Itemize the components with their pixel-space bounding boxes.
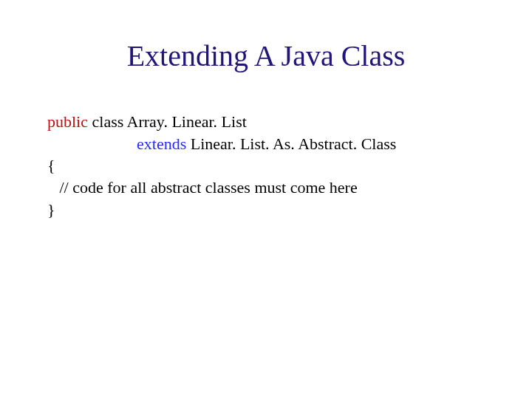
code-indent	[47, 134, 137, 153]
code-line-3: {	[47, 154, 485, 177]
keyword-extends: extends	[137, 134, 186, 153]
code-block: public class Array. Linear. List extends…	[47, 111, 485, 220]
keyword-public: public	[47, 112, 88, 131]
code-line-1: public class Array. Linear. List	[47, 111, 485, 133]
slide: Extending A Java Class public class Arra…	[0, 0, 532, 399]
code-text: Linear. List. As. Abstract. Class	[186, 134, 396, 153]
code-line-2: extends Linear. List. As. Abstract. Clas…	[47, 133, 485, 155]
code-line-5: }	[47, 199, 485, 221]
code-text: class Array. Linear. List	[88, 112, 247, 131]
slide-title: Extending A Java Class	[0, 38, 532, 73]
code-line-4: // code for all abstract classes must co…	[47, 177, 485, 199]
